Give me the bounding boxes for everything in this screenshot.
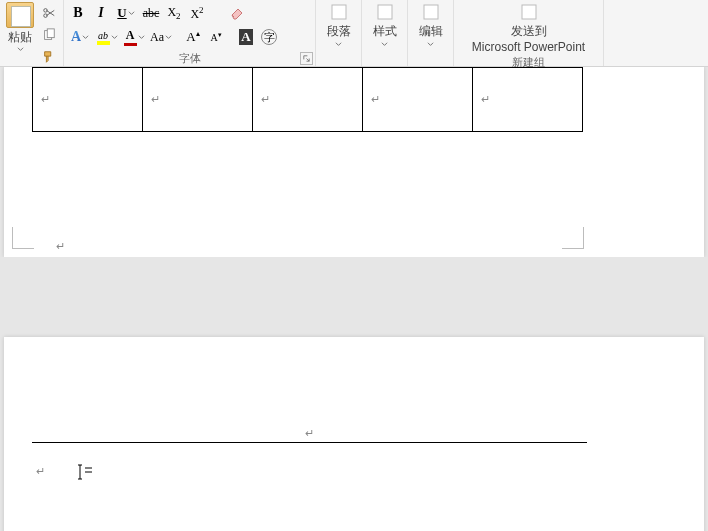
paragraph-mark: ↵: [36, 465, 45, 478]
superscript-button[interactable]: X2: [186, 3, 208, 23]
text-effects-button[interactable]: A: [67, 27, 93, 47]
document-table[interactable]: ↵ ↵ ↵ ↵ ↵: [32, 67, 583, 132]
text-cursor-icon: [74, 463, 94, 481]
font-color-swatch: [124, 43, 137, 46]
italic-button[interactable]: I: [90, 3, 112, 23]
chevron-down-icon: [165, 34, 172, 41]
svg-rect-3: [378, 5, 392, 19]
styles-icon: [376, 3, 394, 21]
format-painter-button[interactable]: [39, 47, 59, 67]
page-2[interactable]: ↵ ↵: [4, 337, 704, 531]
font-dialog-launcher[interactable]: [300, 52, 313, 65]
copy-button[interactable]: [39, 25, 59, 45]
eraser-icon: [229, 5, 245, 21]
table-cell[interactable]: ↵: [363, 68, 473, 132]
underline-button[interactable]: U: [113, 3, 139, 23]
bold-button[interactable]: B: [67, 3, 89, 23]
group-font: B I U abc X2 X2 A: [64, 0, 316, 66]
group-paragraph: 段落: [316, 0, 362, 66]
chevron-down-icon: [111, 34, 118, 41]
ribbon: 粘贴 剪贴板: [0, 0, 708, 67]
margin-corner-icon: [12, 227, 34, 249]
svg-rect-1: [47, 29, 54, 38]
strikethrough-button[interactable]: abc: [140, 3, 162, 23]
document-area[interactable]: ↵ ↵ ↵ ↵ ↵ ↵ ↵ ↵: [0, 67, 708, 531]
send-to-powerpoint-button[interactable]: 发送到 Microsoft PowerPoint: [459, 1, 599, 54]
margin-corner-icon: [562, 227, 584, 249]
subscript-button[interactable]: X2: [163, 3, 185, 23]
highlight-swatch: [97, 41, 110, 45]
dialog-launcher-icon: [302, 54, 311, 63]
chevron-down-icon: [427, 41, 434, 48]
clipboard-icon: [6, 2, 34, 28]
svg-rect-4: [424, 5, 438, 19]
copy-icon: [42, 28, 56, 42]
grow-font-button[interactable]: A▴: [182, 27, 204, 47]
enclose-chars-button[interactable]: 字: [258, 27, 280, 47]
page-1[interactable]: ↵ ↵ ↵ ↵ ↵ ↵: [4, 67, 704, 257]
paste-split-button[interactable]: 粘贴: [3, 1, 37, 53]
styles-button[interactable]: 样式: [365, 1, 405, 48]
group-styles: 样式: [362, 0, 408, 66]
send-icon: [520, 3, 538, 21]
group-newgroup: 发送到 Microsoft PowerPoint 新建组: [454, 0, 604, 66]
table-row: ↵ ↵ ↵ ↵ ↵: [33, 68, 583, 132]
change-case-button[interactable]: Aa: [148, 27, 174, 47]
highlight-button[interactable]: ab: [94, 27, 120, 47]
clear-formatting-button[interactable]: [226, 3, 248, 23]
header-area[interactable]: ↵: [32, 427, 587, 443]
editing-button[interactable]: 编辑: [411, 1, 451, 48]
group-clipboard: 粘贴 剪贴板: [0, 0, 64, 66]
chevron-down-icon: [381, 41, 388, 48]
table-cell[interactable]: ↵: [473, 68, 583, 132]
table-cell[interactable]: ↵: [143, 68, 253, 132]
table-cell[interactable]: ↵: [33, 68, 143, 132]
char-shading-button[interactable]: A: [235, 27, 257, 47]
paragraph-mark: ↵: [56, 240, 65, 253]
font-color-button[interactable]: A: [121, 27, 147, 47]
scissors-icon: [42, 6, 56, 20]
page-gap: [0, 257, 708, 337]
svg-rect-5: [522, 5, 536, 19]
brush-icon: [42, 50, 56, 64]
paragraph-icon: [330, 3, 348, 21]
cut-button[interactable]: [39, 3, 59, 23]
editing-icon: [422, 3, 440, 21]
chevron-down-icon: [17, 46, 24, 53]
chevron-down-icon: [82, 34, 89, 41]
group-label-font: 字体: [179, 51, 201, 66]
paste-label: 粘贴: [8, 29, 32, 46]
shrink-font-button[interactable]: A▾: [205, 27, 227, 47]
paragraph-button[interactable]: 段落: [319, 1, 359, 48]
chevron-down-icon: [138, 34, 145, 41]
chevron-down-icon: [128, 10, 135, 17]
chevron-down-icon: [335, 41, 342, 48]
svg-rect-2: [332, 5, 346, 19]
group-editing: 编辑: [408, 0, 454, 66]
table-cell[interactable]: ↵: [253, 68, 363, 132]
